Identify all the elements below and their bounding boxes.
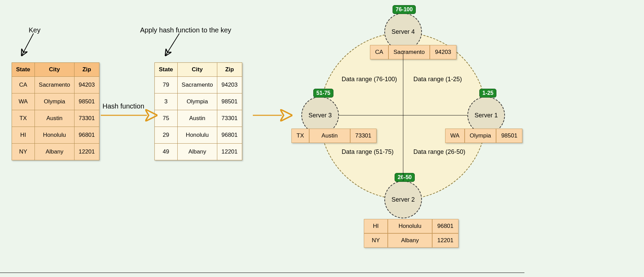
col-header: State [155,63,178,77]
diagram-root: Key Apply hash function to the key Hash … [0,0,644,277]
server2-data: HI Honolulu 96801 NY Albany 12201 [364,219,458,248]
server3-data: TX Austin 73301 [291,129,376,143]
hashed-table: State City Zip 79Sacramento94203 3Olympi… [154,62,242,160]
table-row: NYAlbany12201 [12,144,99,160]
table-row: TXAustin73301 [12,110,99,127]
table-row: HIHonolulu96801 [12,127,99,144]
quadrant-label-br: Data range (26-50) [413,148,465,156]
table-row: NY Albany 12201 [364,233,458,248]
table-row: 49Albany12201 [155,144,242,160]
label-apply-hash: Apply hash function to the key [140,26,231,34]
arrow-hash-pointer [166,33,179,55]
server-node-2: Server 2 [384,181,422,218]
server-badge-2: 26-50 [395,173,415,182]
col-header: City [177,63,217,77]
quadrant-label-bl: Data range (51-75) [342,148,394,156]
table-row: TX Austin 73301 [291,129,376,143]
table-row: WAOlympia98501 [12,93,99,110]
col-header: City [35,63,74,77]
col-header: State [12,63,35,77]
quadrant-label-tr: Data range (1-25) [413,76,462,83]
label-hash-function: Hash function [102,102,144,110]
table-row: CASacramento94203 [12,77,99,93]
table-row: 3Olympia98501 [155,93,242,110]
label-key: Key [29,26,40,34]
source-table: State City Zip CASacramento94203 WAOlymp… [12,62,99,160]
server-badge-4: 76-100 [393,5,416,14]
server-badge-3: 51-75 [313,89,333,98]
server-badge-1: 1-25 [479,89,496,98]
col-header: Zip [217,63,242,77]
quadrant-label-tl: Data range (76-100) [342,76,397,83]
bottom-border-line [0,273,524,273]
col-header: Zip [74,63,99,77]
table-row: 29Honolulu96801 [155,127,242,144]
table-row: 75Austin73301 [155,110,242,127]
table-row: CA Sacramento 94203 [370,45,456,59]
server4-data: CA Sacramento 94203 [370,45,456,59]
server1-data: WA Olympia 98501 [445,129,522,143]
table-row: WA Olympia 98501 [445,129,522,143]
table-row: 79Sacramento94203 [155,77,242,93]
table-row: HI Honolulu 96801 [364,219,458,233]
arrow-key-pointer [22,33,33,55]
